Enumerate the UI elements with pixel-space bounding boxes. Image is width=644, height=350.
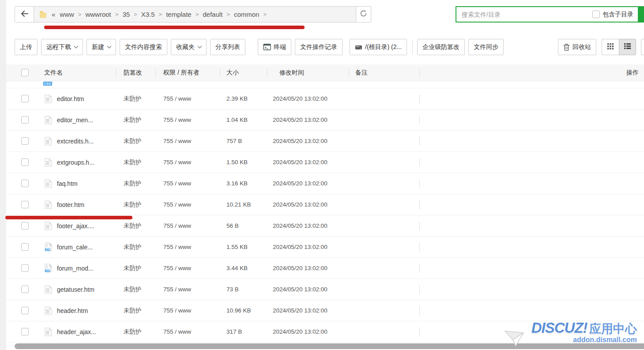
- share-list-button[interactable]: 分享列表: [210, 39, 245, 55]
- table-row[interactable]: { }CSS getatuser.htm 未防护 755 / www 73 B …: [6, 279, 644, 300]
- table-row[interactable]: { }CSS forum_cale... 未防护 755 / www 1.55 …: [6, 237, 644, 258]
- table-row[interactable]: { }CSS header.htm 未防护 755 / www 10.96 KB…: [6, 300, 644, 321]
- row-checkbox[interactable]: [21, 286, 29, 293]
- row-checkbox[interactable]: [21, 137, 29, 145]
- file-name[interactable]: extcredits.h...: [57, 138, 94, 145]
- file-name[interactable]: faq.htm: [57, 180, 78, 187]
- tamper-status: 未防护: [116, 243, 155, 251]
- header-tamper[interactable]: 防篡改: [116, 69, 155, 77]
- favorites-button[interactable]: 收藏夹: [171, 39, 207, 55]
- header-permission-owner[interactable]: 权限 / 所有者: [155, 69, 220, 77]
- table-row[interactable]: { }CSS editor.htm 未防护 755 / www 2.39 KB …: [6, 88, 644, 109]
- breadcrumb-segment[interactable]: X3.5: [141, 11, 155, 18]
- breadcrumb-segment[interactable]: www: [60, 11, 74, 18]
- back-button[interactable]: [15, 6, 34, 23]
- select-all-checkbox[interactable]: [21, 69, 29, 76]
- table-row[interactable]: { }CSS editor_men... 未防护 755 / www 1.04 …: [6, 109, 644, 131]
- permission-owner: 755 / www: [155, 307, 220, 314]
- file-name[interactable]: editor.htm: [57, 95, 84, 102]
- breadcrumb-separator: >: [226, 11, 230, 18]
- file-name[interactable]: footer.htm: [57, 201, 84, 208]
- permission-owner: 755 / www: [155, 286, 220, 293]
- breadcrumb-collapse[interactable]: «: [52, 11, 55, 18]
- tamper-status: 未防护: [116, 158, 155, 166]
- breadcrumb-segment[interactable]: wwwroot: [85, 11, 111, 18]
- css-file-badge: CSS: [43, 82, 52, 86]
- document-icon: [44, 222, 52, 230]
- breadcrumb-separator: >: [134, 11, 137, 18]
- row-checkbox[interactable]: [21, 264, 29, 272]
- file-name[interactable]: editor_men...: [57, 117, 93, 124]
- breadcrumb-segment[interactable]: default: [203, 11, 222, 18]
- header-filename[interactable]: 文件名: [37, 69, 116, 77]
- table-row[interactable]: { }CSS footer.htm 未防护 755 / www 10.21 KB…: [6, 194, 644, 215]
- include-subdir-checkbox[interactable]: [592, 11, 600, 18]
- row-checkbox[interactable]: [21, 307, 29, 314]
- file-name[interactable]: getatuser.htm: [57, 286, 94, 293]
- remote-download-button[interactable]: 远程下载: [41, 39, 83, 55]
- row-checkbox[interactable]: [21, 328, 29, 335]
- row-checkbox[interactable]: [21, 95, 29, 102]
- file-name[interactable]: header.htm: [57, 307, 88, 314]
- include-subdir-option[interactable]: 包含子目录: [592, 11, 633, 19]
- terminal-button[interactable]: 终端: [258, 39, 291, 55]
- file-name[interactable]: footer_ajax....: [57, 222, 94, 230]
- terminal-icon: [263, 44, 271, 50]
- breadcrumb-separator: >: [159, 11, 162, 18]
- modified-time: 2024/05/20 13:02:00: [267, 222, 349, 229]
- search-button[interactable]: [638, 7, 643, 22]
- refresh-button[interactable]: [356, 6, 371, 23]
- breadcrumb-segment[interactable]: template: [166, 11, 192, 18]
- table-row[interactable]: { }CSS extgroups.h... 未防护 755 / www 1.50…: [6, 152, 644, 173]
- new-button[interactable]: 新建: [87, 39, 116, 55]
- file-name[interactable]: header_ajax...: [57, 328, 96, 335]
- file-operation-log-button[interactable]: 文件操作记录: [295, 39, 343, 55]
- file-size: 1.55 KB: [220, 244, 267, 250]
- file-name[interactable]: forum_mod...: [57, 265, 93, 272]
- row-checkbox[interactable]: [21, 222, 29, 230]
- row-checkbox[interactable]: [21, 116, 29, 124]
- file-content-search-button[interactable]: 文件内容搜索: [120, 39, 167, 55]
- table-row-partial[interactable]: CSS: [6, 81, 644, 88]
- row-checkbox[interactable]: [21, 158, 29, 166]
- file-name[interactable]: forum_cale...: [57, 244, 93, 251]
- recycle-bin-button[interactable]: 回收站: [558, 39, 596, 55]
- file-table: 文件名 防篡改 权限 / 所有者 大小 修改时间 备注 操作 CSS { }CS…: [6, 64, 644, 342]
- toolbar-cutoff-button[interactable]: [641, 39, 644, 55]
- row-checkbox[interactable]: [21, 201, 29, 208]
- modified-time: 2024/05/20 13:02:00: [267, 265, 349, 271]
- table-row[interactable]: { }CSS forum_mod... 未防护 755 / www 3.44 K…: [6, 258, 644, 279]
- root-directory-selector[interactable]: /(根目录) (2...: [350, 39, 407, 55]
- tamper-proof-button[interactable]: 企业级防篡改: [417, 39, 465, 55]
- permission-owner: 755 / www: [155, 117, 220, 123]
- file-size: 3.16 KB: [220, 180, 267, 187]
- table-row[interactable]: { }CSS extcredits.h... 未防护 755 / www 757…: [6, 131, 644, 152]
- breadcrumb-segment[interactable]: common: [234, 11, 260, 18]
- permission-owner: 755 / www: [155, 244, 220, 250]
- header-note[interactable]: 备注: [349, 69, 419, 77]
- row-checkbox[interactable]: [21, 243, 29, 251]
- header-modified-time[interactable]: 修改时间: [267, 69, 349, 77]
- watermark-domain: addon.dismall.com: [531, 336, 637, 344]
- modified-time: 2024/05/20 13:02:00: [267, 201, 349, 208]
- file-sync-button[interactable]: 文件同步: [468, 39, 504, 55]
- grid-view-button[interactable]: [602, 39, 619, 55]
- file-size: 1.04 KB: [220, 117, 267, 123]
- breadcrumb-segment[interactable]: 35: [122, 11, 130, 18]
- upload-button[interactable]: 上传: [15, 39, 38, 55]
- table-row[interactable]: { }CSS faq.htm 未防护 755 / www 3.16 KB 202…: [6, 173, 644, 194]
- document-icon: [44, 327, 52, 336]
- file-name[interactable]: extgroups.h...: [57, 159, 94, 166]
- permission-owner: 755 / www: [155, 265, 220, 271]
- list-view-button[interactable]: [619, 39, 636, 55]
- watermark-suffix: 应用中心: [589, 322, 637, 335]
- file-size: 73 B: [220, 286, 267, 293]
- row-checkbox[interactable]: [21, 180, 29, 187]
- file-size: 10.96 KB: [220, 307, 267, 314]
- modified-time: 2024/05/20 13:02:00: [267, 159, 349, 166]
- document-icon: [44, 137, 52, 146]
- search-input[interactable]: [456, 7, 592, 22]
- annotation-underline-footer-row: [5, 216, 132, 219]
- watermark-brand: DISCUZ!: [531, 320, 588, 336]
- header-size[interactable]: 大小: [220, 69, 267, 77]
